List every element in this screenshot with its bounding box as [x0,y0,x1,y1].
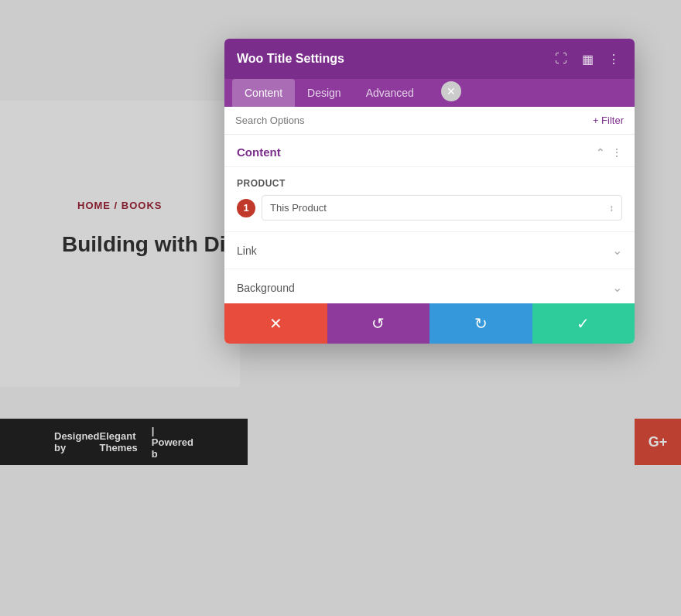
search-bar: + Filter [224,107,635,135]
link-section[interactable]: Link ⌄ [224,232,635,269]
collapse-icon[interactable]: ⌃ [596,146,605,159]
tab-content[interactable]: Content [232,79,295,107]
panel-header: Woo Title Settings ⛶ ▦ ⋮ [224,39,635,79]
section-header: Content ⌃ ⋮ [224,135,635,167]
filter-button[interactable]: + Filter [593,115,624,126]
cancel-button[interactable]: ✕ [224,303,327,344]
panel-title: Woo Title Settings [237,52,344,66]
section-header-controls: ⌃ ⋮ [596,146,622,159]
product-select[interactable]: This Product ↕ [262,195,622,221]
menu-icon[interactable]: ⋮ [605,50,622,67]
undo-button[interactable]: ↺ [327,303,430,344]
tab-advanced[interactable]: Advanced [354,79,426,107]
settings-panel: Woo Title Settings ⛶ ▦ ⋮ Content Design … [224,39,635,344]
bottom-toolbar: ✕ ↺ ↻ ✓ [224,303,635,344]
product-section: Product 1 This Product ↕ [224,167,635,232]
product-label: Product [237,178,622,189]
product-row: 1 This Product ↕ [237,195,622,221]
link-label: Link [237,245,257,257]
save-button[interactable]: ✓ [532,303,635,344]
select-arrow-icon: ↕ [609,203,614,214]
product-select-value: This Product [270,202,327,214]
background-label: Background [237,282,295,294]
panel-tabs: Content Design Advanced [224,79,635,107]
expand-icon[interactable]: ⛶ [553,50,570,67]
background-section[interactable]: Background ⌄ [224,269,635,306]
close-circle-button[interactable]: ✕ [441,81,461,101]
more-icon[interactable]: ⋮ [611,146,622,159]
link-chevron-icon: ⌄ [612,243,622,258]
step-badge: 1 [237,199,255,217]
tab-design[interactable]: Design [295,79,354,107]
section-title: Content [237,145,281,159]
panel-header-icons: ⛶ ▦ ⋮ [553,50,622,67]
redo-button[interactable]: ↻ [429,303,532,344]
background-chevron-icon: ⌄ [612,280,622,295]
columns-icon[interactable]: ▦ [579,50,596,67]
search-input[interactable] [235,115,593,126]
